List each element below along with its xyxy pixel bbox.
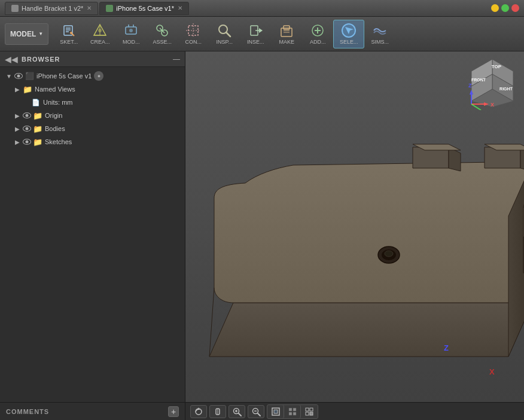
svg-rect-71	[306, 412, 309, 415]
tree-item-origin[interactable]: ▶ 📁 Origin	[0, 109, 185, 122]
svg-marker-21	[259, 28, 263, 33]
tool-add[interactable]: ADD...	[302, 20, 333, 48]
svg-rect-64	[274, 410, 278, 413]
select-icon	[340, 22, 357, 39]
display-view-tool[interactable]	[301, 405, 318, 418]
sidebar: ◀◀ BROWSER — ▼ ⬛ iPhone 5s Case v1 ● ▶ 📁…	[0, 51, 185, 402]
svg-rect-66	[293, 408, 296, 411]
browser-collapse[interactable]: —	[173, 55, 180, 63]
svg-text:Z: Z	[468, 83, 472, 89]
svg-text:RIGHT: RIGHT	[499, 87, 513, 91]
eye-icon-origin[interactable]	[23, 112, 31, 118]
simulate-label: SIMS...	[371, 39, 389, 45]
svg-rect-72	[310, 412, 313, 415]
tool-sketch[interactable]: SKET...	[53, 20, 84, 48]
make-icon	[278, 22, 295, 39]
bottom-bar: COMMENTS +	[0, 402, 524, 420]
tree-item-root[interactable]: ▼ ⬛ iPhone 5s Case v1 ●	[0, 69, 185, 83]
svg-line-57	[239, 413, 241, 416]
svg-rect-67	[289, 412, 292, 415]
doc-icon-root: ⬛	[25, 71, 34, 81]
tree-item-units[interactable]: ▶ 📄 Units: mm	[0, 96, 185, 109]
tool-construct[interactable]: CON...	[178, 20, 209, 48]
create-icon	[92, 22, 108, 39]
sketch-icon	[60, 22, 77, 39]
eye-icon-bodies[interactable]	[23, 126, 31, 132]
tree-label-bodies: Bodies	[45, 125, 65, 132]
tree-item-bodies[interactable]: ▶ 📁 Bodies	[0, 122, 185, 135]
wireframe-view-tool[interactable]	[267, 405, 284, 418]
svg-text:TOP: TOP	[492, 64, 502, 69]
insert-label: INSE...	[247, 39, 264, 45]
tree-item-sketches[interactable]: ▶ 📁 Sketches	[0, 135, 185, 148]
file-tree: ▼ ⬛ iPhone 5s Case v1 ● ▶ 📁 Named Views …	[0, 67, 185, 402]
bottom-toolbar	[185, 404, 323, 419]
tree-label-units: Units: mm	[43, 99, 73, 106]
grid-view-tool[interactable]	[284, 405, 301, 418]
add-label: ADD...	[310, 39, 326, 45]
construct-label: CON...	[185, 39, 202, 45]
doc-icon-units: 📄	[31, 98, 41, 107]
tab-icon-case	[106, 5, 113, 12]
add-comment-icon: +	[171, 407, 176, 416]
3d-viewport[interactable]: Z X TOP FRONT RIGHT	[185, 51, 524, 402]
tree-label-named-views: Named Views	[35, 86, 75, 93]
svg-line-51	[471, 104, 481, 110]
assemble-label: ASSE...	[153, 39, 172, 45]
tool-modify[interactable]: MOD...	[115, 20, 147, 48]
browser-toggle[interactable]: ◀◀	[5, 54, 18, 64]
modify-icon	[123, 22, 139, 39]
tab-iphone-case[interactable]: iPhone 5s Case v1* ✕	[99, 2, 189, 15]
close-button[interactable]	[511, 4, 519, 12]
tab-close-bracket[interactable]: ✕	[87, 5, 92, 11]
eye-icon-sketches[interactable]	[23, 139, 31, 145]
tool-inspect[interactable]: INSP...	[209, 20, 240, 48]
window-controls	[489, 4, 519, 12]
add-comment-button[interactable]: +	[168, 406, 179, 417]
tool-assemble[interactable]: ASSE...	[147, 20, 178, 48]
svg-rect-69	[306, 408, 309, 411]
tool-select[interactable]: SELE...	[333, 20, 364, 48]
modify-label: MOD...	[123, 39, 140, 45]
model-dropdown-arrow: ▼	[38, 31, 43, 36]
model-button-label: MODEL	[10, 30, 36, 38]
maximize-button[interactable]	[501, 4, 509, 12]
fit-tool[interactable]	[248, 405, 264, 418]
pan-tool[interactable]	[209, 405, 226, 418]
browser-header: ◀◀ BROWSER —	[0, 51, 185, 67]
zoom-tool[interactable]	[229, 405, 245, 418]
tree-expand-bodies[interactable]: ▶	[13, 124, 22, 133]
title-bar: Handle Bracket 1 v2* ✕ iPhone 5s Case v1…	[0, 0, 524, 17]
simulate-icon	[371, 22, 388, 39]
tab-handle-bracket[interactable]: Handle Bracket 1 v2* ✕	[5, 2, 98, 15]
svg-text:Z: Z	[444, 343, 449, 352]
tree-item-named-views[interactable]: ▶ 📁 Named Views	[0, 83, 185, 96]
svg-rect-68	[293, 412, 296, 415]
svg-text:FRONT: FRONT	[471, 78, 486, 82]
svg-text:X: X	[491, 102, 494, 108]
tool-simulate[interactable]: SIMS...	[364, 20, 395, 48]
tool-make[interactable]: MAKE	[271, 20, 302, 48]
svg-rect-65	[289, 408, 292, 411]
svg-line-14	[160, 28, 164, 33]
create-label: CREA...	[90, 39, 110, 45]
tree-expand-origin[interactable]: ▶	[13, 111, 22, 120]
eye-icon-root[interactable]	[14, 73, 23, 79]
svg-rect-24	[284, 26, 290, 29]
tool-insert[interactable]: INSE...	[240, 20, 271, 48]
browser-title: BROWSER	[22, 56, 173, 63]
tab-close-case[interactable]: ✕	[178, 5, 182, 11]
tree-expand-sketches[interactable]: ▶	[13, 138, 22, 146]
model-button[interactable]: MODEL ▼	[5, 23, 48, 45]
tree-expand-named-views[interactable]: ▶	[13, 85, 22, 93]
view-cube[interactable]: TOP FRONT RIGHT Z X	[465, 56, 519, 110]
orbit-tool[interactable]	[190, 405, 207, 418]
svg-rect-70	[310, 408, 313, 411]
folder-icon-named-views: 📁	[23, 84, 32, 94]
main-toolbar: MODEL ▼ SKET... CREA...	[0, 17, 524, 51]
tool-create[interactable]: CREA...	[84, 20, 115, 48]
minimize-button[interactable]	[491, 4, 499, 12]
tree-expand-root[interactable]: ▼	[5, 72, 13, 80]
folder-icon-sketches: 📁	[33, 137, 42, 147]
svg-point-5	[70, 32, 72, 34]
